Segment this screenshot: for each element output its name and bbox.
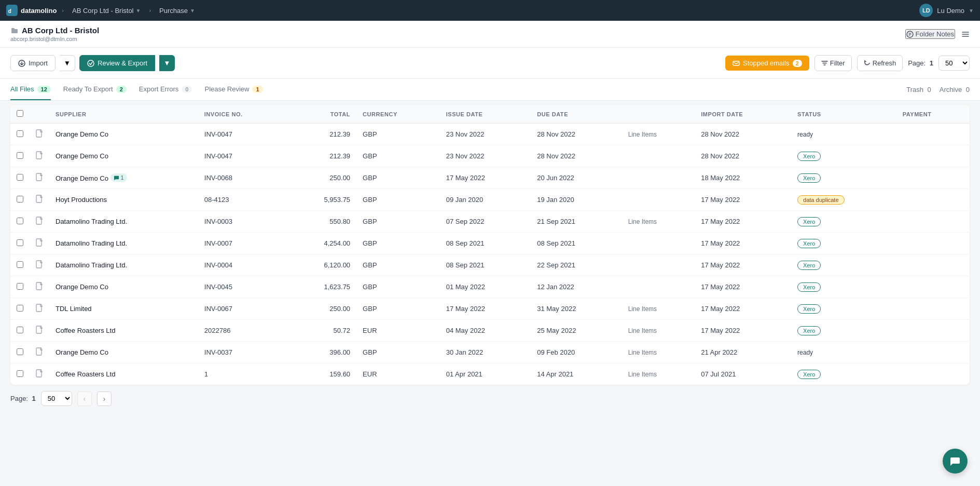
row-supplier[interactable]: Coffee Roasters Ltd bbox=[49, 363, 198, 385]
row-invoice[interactable]: 2022786 bbox=[198, 320, 288, 342]
menu-icon[interactable] bbox=[961, 30, 970, 38]
row-checkbox[interactable] bbox=[17, 130, 23, 137]
row-checkbox[interactable] bbox=[17, 305, 23, 312]
row-checkbox-cell bbox=[10, 233, 30, 254]
row-doc-icon-cell bbox=[30, 276, 49, 298]
row-invoice[interactable]: 08-4123 bbox=[198, 189, 288, 211]
user-chevron[interactable]: ▼ bbox=[969, 8, 974, 14]
page-info: Page: 1 bbox=[908, 59, 933, 67]
row-doc-icon-cell bbox=[30, 145, 49, 167]
row-line-items: Line Items bbox=[622, 124, 695, 145]
user-name[interactable]: Lu Demo bbox=[937, 7, 964, 15]
user-avatar: LD bbox=[919, 4, 933, 17]
filter-button[interactable]: Filter bbox=[815, 55, 852, 71]
table-row[interactable]: Orange Demo Co 1 INV-0068 250.00 GBP 17 … bbox=[10, 167, 970, 189]
row-invoice[interactable]: INV-0047 bbox=[198, 145, 288, 167]
import-dropdown-button[interactable]: ▼ bbox=[60, 55, 75, 71]
topnav-purchase[interactable]: Purchase ▼ bbox=[156, 7, 198, 15]
col-type-icon bbox=[30, 105, 49, 124]
row-checkbox[interactable] bbox=[17, 327, 23, 333]
next-page-button[interactable]: › bbox=[97, 392, 112, 406]
row-doc-icon-cell bbox=[30, 189, 49, 211]
trash-label: Trash 0 bbox=[906, 86, 931, 93]
row-checkbox[interactable] bbox=[17, 261, 23, 268]
row-supplier[interactable]: TDL Limited bbox=[49, 298, 198, 320]
refresh-button[interactable]: Refresh bbox=[857, 55, 903, 71]
row-payment bbox=[896, 211, 970, 233]
prev-page-button[interactable]: ‹ bbox=[77, 392, 92, 406]
row-issue-date: 23 Nov 2022 bbox=[440, 124, 531, 145]
row-invoice[interactable]: INV-0068 bbox=[198, 167, 288, 189]
row-invoice[interactable]: INV-0007 bbox=[198, 233, 288, 254]
table-row[interactable]: Orange Demo Co INV-0047 212.39 GBP 23 No… bbox=[10, 124, 970, 145]
row-doc-icon-cell bbox=[30, 342, 49, 363]
row-supplier[interactable]: Datamolino Trading Ltd. bbox=[49, 211, 198, 233]
row-supplier[interactable]: Datamolino Trading Ltd. bbox=[49, 254, 198, 276]
row-invoice[interactable]: INV-0067 bbox=[198, 298, 288, 320]
row-due-date: 22 Sep 2021 bbox=[531, 254, 622, 276]
row-supplier[interactable]: Orange Demo Co 1 bbox=[49, 167, 198, 189]
row-issue-date: 17 May 2022 bbox=[440, 298, 531, 320]
row-status: Xero bbox=[791, 298, 896, 320]
col-checkbox bbox=[10, 105, 30, 124]
tab-all-files[interactable]: All Files 12 bbox=[10, 79, 51, 100]
table-row[interactable]: Orange Demo Co INV-0047 212.39 GBP 23 No… bbox=[10, 145, 970, 167]
row-checkbox[interactable] bbox=[17, 196, 23, 203]
per-page-select[interactable]: 50 100 200 bbox=[938, 56, 970, 71]
table-row[interactable]: Hoyt Productions 08-4123 5,953.75 GBP 09… bbox=[10, 189, 970, 211]
row-supplier[interactable]: Hoyt Productions bbox=[49, 189, 198, 211]
row-status: ready bbox=[791, 342, 896, 363]
table-container: SUPPLIER INVOICE NO. TOTAL CURRENCY ISSU… bbox=[0, 105, 980, 385]
status-xero: Xero bbox=[797, 217, 821, 226]
row-status: Xero bbox=[791, 276, 896, 298]
row-payment bbox=[896, 233, 970, 254]
folder-notes-button[interactable]: Folder Notes bbox=[905, 29, 955, 39]
table-row[interactable]: Datamolino Trading Ltd. INV-0004 6,120.0… bbox=[10, 254, 970, 276]
row-checkbox[interactable] bbox=[17, 283, 23, 290]
tab-ready-to-export[interactable]: Ready To Export 2 bbox=[63, 79, 127, 100]
select-all-checkbox[interactable] bbox=[17, 110, 23, 117]
row-checkbox[interactable] bbox=[17, 370, 23, 377]
row-invoice[interactable]: INV-0047 bbox=[198, 124, 288, 145]
row-checkbox[interactable] bbox=[17, 218, 23, 224]
row-invoice[interactable]: INV-0003 bbox=[198, 211, 288, 233]
row-invoice[interactable]: INV-0045 bbox=[198, 276, 288, 298]
row-checkbox-cell bbox=[10, 189, 30, 211]
table-row[interactable]: Datamolino Trading Ltd. INV-0007 4,254.0… bbox=[10, 233, 970, 254]
row-import-date: 21 Apr 2022 bbox=[695, 342, 791, 363]
row-supplier[interactable]: Orange Demo Co bbox=[49, 145, 198, 167]
review-export-dropdown-button[interactable]: ▼ bbox=[159, 55, 175, 71]
row-supplier[interactable]: Orange Demo Co bbox=[49, 276, 198, 298]
table-row[interactable]: Coffee Roasters Ltd 2022786 50.72 EUR 04… bbox=[10, 320, 970, 342]
tabs-right: Trash 0 Archive 0 bbox=[906, 86, 970, 93]
tab-please-review[interactable]: Please Review 1 bbox=[204, 79, 263, 100]
table-row[interactable]: Orange Demo Co INV-0045 1,623.75 GBP 01 … bbox=[10, 276, 970, 298]
review-export-button[interactable]: Review & Export bbox=[79, 55, 155, 71]
row-checkbox[interactable] bbox=[17, 152, 23, 159]
table-row[interactable]: Orange Demo Co INV-0037 396.00 GBP 30 Ja… bbox=[10, 342, 970, 363]
status-xero: Xero bbox=[797, 239, 821, 248]
row-supplier[interactable]: Datamolino Trading Ltd. bbox=[49, 233, 198, 254]
table-row[interactable]: Coffee Roasters Ltd 1 159.60 EUR 01 Apr … bbox=[10, 363, 970, 385]
row-checkbox[interactable] bbox=[17, 348, 23, 355]
row-checkbox[interactable] bbox=[17, 174, 23, 181]
tab-export-errors[interactable]: Export Errors 0 bbox=[139, 79, 192, 100]
import-button[interactable]: Import bbox=[10, 55, 56, 71]
logo[interactable]: d datamolino bbox=[6, 5, 57, 16]
stopped-emails-button[interactable]: Stopped emails 2 bbox=[725, 56, 809, 71]
footer-per-page-select[interactable]: 50 100 bbox=[41, 391, 72, 406]
row-total: 550.80 bbox=[288, 211, 356, 233]
row-supplier[interactable]: Orange Demo Co bbox=[49, 124, 198, 145]
row-due-date: 28 Nov 2022 bbox=[531, 145, 622, 167]
row-supplier[interactable]: Orange Demo Co bbox=[49, 342, 198, 363]
row-checkbox[interactable] bbox=[17, 239, 23, 246]
table-row[interactable]: TDL Limited INV-0067 250.00 GBP 17 May 2… bbox=[10, 298, 970, 320]
row-invoice[interactable]: INV-0004 bbox=[198, 254, 288, 276]
row-invoice[interactable]: 1 bbox=[198, 363, 288, 385]
table-row[interactable]: Datamolino Trading Ltd. INV-0003 550.80 … bbox=[10, 211, 970, 233]
row-invoice[interactable]: INV-0037 bbox=[198, 342, 288, 363]
topnav-company[interactable]: AB Corp Ltd - Bristol ▼ bbox=[69, 7, 144, 15]
row-currency: GBP bbox=[356, 342, 440, 363]
row-supplier[interactable]: Coffee Roasters Ltd bbox=[49, 320, 198, 342]
col-due-date: DUE DATE bbox=[531, 105, 622, 124]
